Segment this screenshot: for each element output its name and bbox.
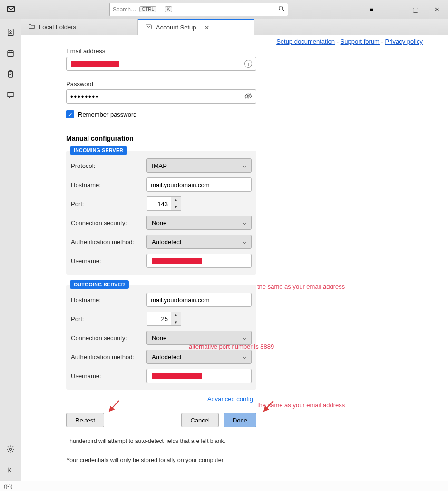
incoming-port-input[interactable]: 143 — [147, 196, 171, 211]
svg-rect-13 — [146, 25, 151, 29]
maximize-button[interactable]: ▢ — [404, 0, 426, 19]
tasks-icon[interactable] — [0, 64, 21, 85]
port-label: Port: — [71, 200, 147, 207]
calendar-icon[interactable] — [0, 43, 21, 64]
password-input[interactable]: •••••••• — [66, 89, 256, 104]
chevron-down-icon: ⌵ — [243, 334, 246, 341]
tab-account-setup[interactable]: Account Setup ✕ — [138, 19, 254, 35]
auth-value: Autodetect — [152, 354, 181, 361]
connsec-value: None — [152, 219, 166, 226]
spinner-up-icon[interactable]: ▲ — [171, 197, 181, 204]
remember-password-checkbox[interactable]: ✓ — [66, 110, 74, 118]
svg-point-3 — [10, 31, 11, 33]
advanced-config-link[interactable]: Advanced config — [207, 395, 253, 403]
window-controls: — ▢ ✕ — [382, 0, 448, 19]
remember-password-label: Remember password — [78, 111, 137, 118]
outgoing-server-panel: OUTGOING SERVER Hostname: mail.yourdomai… — [66, 285, 256, 390]
password-value: •••••••• — [70, 92, 99, 101]
incoming-server-panel: INCOMING SERVER Protocol: IMAP ⌵ Hostnam… — [66, 151, 256, 275]
link-privacy[interactable]: Privacy policy — [385, 38, 423, 45]
outgoing-port-input[interactable]: 25 — [147, 312, 171, 326]
folder-icon — [28, 23, 35, 31]
cancel-button[interactable]: Cancel — [181, 413, 218, 427]
annotation-alt-port: alternative port number is 8889 — [189, 343, 274, 350]
connsec-label: Connection security: — [71, 334, 146, 342]
incoming-username-input[interactable] — [146, 254, 252, 268]
port-spinner[interactable]: ▲ ▼ — [171, 312, 181, 326]
spinner-down-icon[interactable]: ▼ — [171, 204, 181, 211]
kbd-plus: + — [158, 7, 161, 12]
tab-strip: Local Folders Account Setup ✕ — [21, 19, 448, 35]
username-label: Username: — [71, 257, 146, 265]
chevron-down-icon: ⌵ — [243, 162, 246, 169]
tab-label: Local Folders — [39, 23, 76, 30]
settings-icon[interactable] — [0, 439, 21, 460]
outgoing-hostname-input[interactable]: mail.yourdomain.com — [146, 293, 252, 307]
incoming-badge: INCOMING SERVER — [70, 146, 127, 155]
link-separator: - — [381, 38, 385, 45]
search-placeholder: Search… — [113, 6, 136, 13]
search-icon — [278, 5, 285, 13]
auth-value: Autodetect — [152, 238, 181, 246]
outgoing-auth-select[interactable]: Autodetect ⌵ — [146, 350, 252, 364]
app-menu-button[interactable]: ≡ — [360, 0, 382, 19]
chevron-down-icon: ⌵ — [243, 238, 246, 245]
spaces-toolbar — [0, 19, 21, 481]
global-search-input[interactable]: Search… CTRL + K — [109, 3, 288, 16]
incoming-connsec-select[interactable]: None ⌵ — [146, 216, 252, 230]
tab-close-button[interactable]: ✕ — [204, 24, 210, 31]
username-label: Username: — [71, 373, 146, 380]
chevron-down-icon: ⌵ — [243, 219, 246, 226]
hostname-value: mail.yourdomain.com — [151, 296, 210, 304]
password-label: Password — [66, 80, 448, 88]
protocol-label: Protocol: — [71, 162, 146, 169]
svg-rect-4 — [8, 51, 13, 57]
close-button[interactable]: ✕ — [426, 0, 448, 19]
kbd-ctrl: CTRL — [139, 6, 156, 12]
link-support-forum[interactable]: Support forum — [341, 38, 380, 45]
kbd-k: K — [165, 6, 173, 12]
incoming-auth-select[interactable]: Autodetect ⌵ — [146, 235, 252, 249]
svg-point-0 — [279, 6, 283, 10]
outgoing-badge: OUTGOING SERVER — [70, 280, 129, 289]
toggle-password-icon[interactable] — [244, 92, 252, 101]
chat-icon[interactable] — [0, 85, 21, 106]
svg-line-1 — [282, 10, 284, 11]
collapse-icon[interactable] — [0, 460, 21, 481]
address-book-icon[interactable] — [0, 22, 21, 43]
link-setup-doc[interactable]: Setup documentation — [276, 38, 335, 45]
connsec-label: Connection security: — [71, 219, 146, 226]
annotation-username-out: the same as your email address — [257, 402, 345, 409]
port-spinner[interactable]: ▲ ▼ — [171, 196, 181, 211]
hostname-label: Hostname: — [71, 181, 146, 188]
spinner-down-icon[interactable]: ▼ — [171, 319, 181, 326]
advanced-config-row: Advanced config — [66, 395, 253, 403]
email-input[interactable]: i — [66, 57, 256, 71]
link-separator: - — [337, 38, 341, 45]
mail-space-icon[interactable] — [4, 2, 18, 16]
auth-label: Authentication method: — [71, 238, 146, 246]
tab-local-folders[interactable]: Local Folders — [21, 19, 138, 35]
account-icon — [145, 23, 152, 32]
annotation-username-in: the same as your email address — [257, 283, 345, 290]
protocol-value: IMAP — [152, 162, 167, 169]
hostname-label: Hostname: — [71, 296, 146, 304]
status-bar: ((•)) — [0, 481, 448, 491]
spinner-up-icon[interactable]: ▲ — [171, 312, 181, 319]
protocol-select[interactable]: IMAP ⌵ — [146, 158, 252, 173]
help-links: Setup documentation - Support forum - Pr… — [276, 38, 423, 45]
button-row: Re-test Cancel Done — [66, 413, 256, 427]
done-button[interactable]: Done — [224, 413, 256, 427]
info-icon[interactable]: i — [244, 60, 252, 68]
outgoing-username-input[interactable] — [146, 369, 252, 383]
retest-button[interactable]: Re-test — [66, 413, 104, 427]
email-label: Email address — [66, 48, 448, 55]
svg-point-10 — [10, 448, 12, 451]
incoming-hostname-input[interactable]: mail.yourdomain.com — [146, 177, 252, 192]
connsec-value: None — [152, 334, 166, 342]
port-value: 25 — [161, 315, 168, 323]
titlebar: Search… CTRL + K ≡ — ▢ ✕ — [0, 0, 448, 19]
minimize-button[interactable]: — — [382, 0, 404, 19]
chevron-down-icon: ⌵ — [243, 354, 246, 360]
tab-label: Account Setup — [156, 24, 196, 31]
